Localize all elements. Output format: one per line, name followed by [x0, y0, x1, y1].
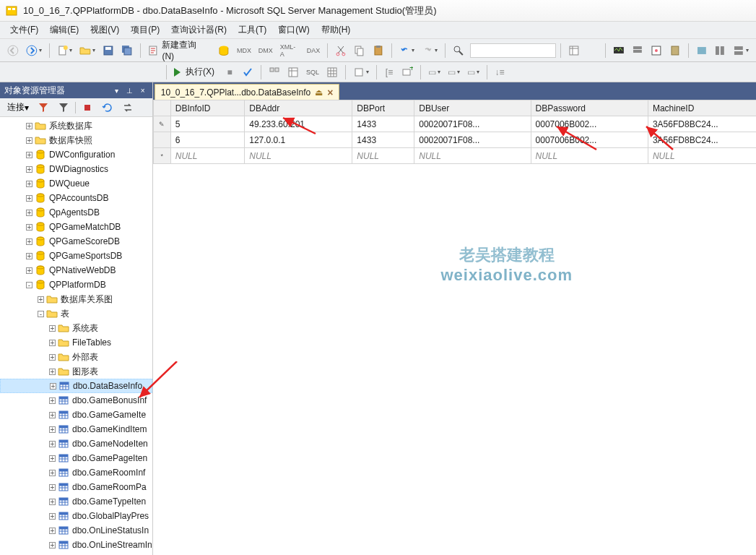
tree-expander-icon[interactable]: + — [26, 166, 32, 173]
properties-button[interactable] — [565, 43, 583, 59]
tree-expander-icon[interactable]: + — [49, 528, 56, 534]
tree-node[interactable]: +FileTables — [0, 335, 152, 350]
column-header[interactable]: DBUser — [414, 100, 531, 116]
data-grid[interactable]: DBInfoIDDBAddrDBPortDBUserDBPasswordMach… — [153, 100, 756, 555]
tree-node[interactable]: +DWDiagnostics — [0, 162, 152, 176]
tree-expander-icon[interactable]: + — [49, 397, 56, 404]
menu-edit[interactable]: 编辑(E) — [44, 22, 84, 38]
stop-icon[interactable] — [79, 100, 96, 115]
tree-expander-icon[interactable]: + — [26, 253, 32, 259]
tree-node[interactable]: +DWConfiguration — [0, 147, 152, 162]
tree-node[interactable]: +dbo.GameRoomInf — [0, 465, 152, 480]
tree-expander-icon[interactable]: + — [49, 513, 56, 520]
tree-expander-icon[interactable]: + — [26, 224, 32, 231]
table-row[interactable]: *NULLNULLNULLNULLNULLNULLNULL — [153, 148, 756, 164]
tree-node[interactable]: +QPGameScoreDB — [0, 234, 152, 249]
menu-query-designer[interactable]: 查询设计器(R) — [165, 22, 233, 38]
panel-dropdown-icon[interactable]: ▾ — [112, 85, 122, 95]
row-selector[interactable] — [153, 132, 170, 148]
tab-close-icon[interactable]: × — [327, 87, 333, 98]
cell-null[interactable]: NULL — [245, 148, 352, 164]
undo-button[interactable]: ▾ — [396, 43, 418, 59]
tree-expander-icon[interactable]: + — [49, 340, 56, 346]
column-header[interactable]: DBInfoID — [170, 100, 244, 116]
tree-expander-icon[interactable]: + — [49, 354, 56, 361]
tab-pin-icon[interactable]: ⏏ — [315, 87, 323, 98]
xmla-button[interactable]: XML-A — [277, 43, 303, 59]
tree-node[interactable]: -表 — [0, 306, 152, 321]
menu-file[interactable]: 文件(F) — [4, 22, 44, 38]
tree-node[interactable]: +dbo.DataBaseInfo — [0, 379, 152, 393]
nav-fwd-button[interactable]: ▾ — [23, 43, 45, 59]
tool-c-button[interactable]: ▾ — [730, 43, 752, 59]
object-tree[interactable]: +系统数据库+数据库快照+DWConfiguration+DWDiagnosti… — [0, 117, 152, 555]
menu-view[interactable]: 视图(V) — [84, 22, 125, 38]
tree-node[interactable]: +QPNativeWebDB — [0, 263, 152, 278]
tree-expander-icon[interactable]: + — [26, 152, 32, 158]
tree-expander-icon[interactable]: + — [49, 325, 56, 332]
save-all-button[interactable] — [118, 43, 136, 59]
cell[interactable]: 49.233.60.201 — [245, 116, 352, 132]
table-row[interactable]: ✎549.233.60.201143300020071F08...0007006… — [153, 116, 756, 132]
tree-expander-icon[interactable]: + — [49, 455, 56, 462]
add-table-button[interactable]: + — [399, 64, 416, 80]
results-pane-button[interactable] — [323, 64, 341, 80]
tree-expander-icon[interactable]: + — [26, 267, 32, 274]
tree-node[interactable]: +QPAccountsDB — [0, 191, 152, 205]
tree-expander-icon[interactable]: - — [26, 282, 32, 288]
table-row[interactable]: 6127.0.0.1143300020071F08...0007006B002.… — [153, 132, 756, 148]
panel-pin-icon[interactable]: ⊥ — [125, 85, 135, 95]
cell-null[interactable]: NULL — [531, 148, 648, 164]
cell[interactable]: 6 — [170, 132, 244, 148]
tree-expander-icon[interactable]: + — [26, 210, 32, 216]
cell-null[interactable]: NULL — [352, 148, 414, 164]
open-button[interactable]: ▾ — [77, 43, 98, 59]
solution-explorer-button[interactable] — [648, 43, 665, 59]
find-button[interactable] — [450, 43, 467, 59]
filter2-icon[interactable] — [55, 100, 72, 115]
tree-node[interactable]: +dbo.GamePageIten — [0, 451, 152, 465]
tree-node[interactable]: +图形表 — [0, 364, 152, 379]
tab-databaseinfo[interactable]: 10_0_16_7.QPPlat...dbo.DataBaseInfo ⏏ × — [155, 84, 340, 100]
tree-node[interactable]: +QpAgentsDB — [0, 205, 152, 220]
tree-node[interactable]: +dbo.GlobalPlayPres — [0, 509, 152, 523]
cell[interactable]: 0007006B002... — [531, 132, 648, 148]
sql-pane-button[interactable]: SQL — [303, 64, 322, 80]
menu-tools[interactable]: 工具(T) — [233, 22, 272, 38]
group-by-button[interactable]: [≡ — [381, 64, 397, 80]
cell[interactable]: 127.0.0.1 — [245, 132, 352, 148]
tree-node[interactable]: +dbo.GameBonusInf — [0, 393, 152, 408]
tree-node[interactable]: +dbo.OnLineStatusIn — [0, 523, 152, 538]
menu-window[interactable]: 窗口(W) — [272, 22, 315, 38]
sort-asc-button[interactable]: ↓≡ — [492, 64, 508, 80]
menu-project[interactable]: 项目(P) — [125, 22, 165, 38]
connect-button[interactable]: 连接 ▾ — [4, 100, 32, 115]
cell-null[interactable]: NULL — [170, 148, 244, 164]
cell[interactable]: 5 — [170, 116, 244, 132]
tree-expander-icon[interactable]: + — [38, 296, 44, 303]
column-header[interactable]: DBPort — [352, 100, 414, 116]
tdrop2-button[interactable]: ▭▾ — [445, 64, 463, 80]
new-button[interactable]: ▾ — [54, 43, 76, 59]
tree-node[interactable]: +数据库关系图 — [0, 292, 152, 306]
cell[interactable]: 3A56FD8BC24... — [648, 132, 756, 148]
cell[interactable]: 1433 — [352, 116, 414, 132]
tree-expander-icon[interactable]: + — [49, 369, 56, 375]
tree-expander-icon[interactable]: + — [26, 123, 32, 129]
filter-icon[interactable] — [35, 100, 52, 115]
criteria-pane-button[interactable] — [284, 64, 302, 80]
nav-back-button[interactable] — [4, 43, 22, 59]
tdrop3-button[interactable]: ▭▾ — [464, 64, 482, 80]
tree-expander-icon[interactable]: + — [49, 470, 56, 476]
column-header[interactable]: MachineID — [648, 100, 756, 116]
dmx-button[interactable]: DMX — [256, 43, 276, 59]
cell-null[interactable]: NULL — [648, 148, 756, 164]
tree-node[interactable]: +dbo.GameGameIte — [0, 408, 152, 422]
panel-close-icon[interactable]: × — [138, 85, 148, 95]
tree-node[interactable]: +dbo.GameRoomPa — [0, 480, 152, 494]
tree-expander-icon[interactable]: + — [26, 137, 32, 144]
tree-node[interactable]: +dbo.OnLineStreamIn — [0, 538, 152, 552]
tree-expander-icon[interactable]: + — [26, 181, 32, 187]
tree-expander-icon[interactable]: + — [49, 542, 56, 548]
redo-button[interactable]: ▾ — [419, 43, 440, 59]
